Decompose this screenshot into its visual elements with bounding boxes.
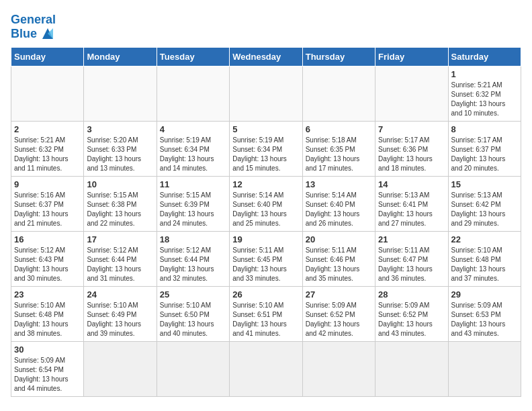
day-info: Sunrise: 5:21 AM Sunset: 6:32 PM Dayligh…: [451, 81, 518, 118]
calendar-cell: 26Sunrise: 5:10 AM Sunset: 6:51 PM Dayli…: [230, 286, 302, 341]
calendar-week-row: 9Sunrise: 5:16 AM Sunset: 6:37 PM Daylig…: [11, 176, 521, 231]
day-info: Sunrise: 5:12 AM Sunset: 6:44 PM Dayligh…: [87, 246, 153, 283]
day-info: Sunrise: 5:10 AM Sunset: 6:48 PM Dayligh…: [451, 246, 518, 283]
logo-blue: Blue: [11, 27, 37, 41]
calendar-day-header: Thursday: [302, 47, 375, 66]
day-number: 26: [232, 289, 299, 300]
day-number: 7: [378, 124, 445, 134]
calendar-cell: 15Sunrise: 5:13 AM Sunset: 6:42 PM Dayli…: [448, 176, 521, 231]
calendar-cell: [302, 341, 375, 396]
calendar-cell: 5Sunrise: 5:19 AM Sunset: 6:34 PM Daylig…: [230, 121, 302, 176]
calendar-day-header: Tuesday: [157, 47, 229, 66]
calendar-cell: [448, 341, 521, 396]
day-number: 24: [87, 289, 153, 300]
calendar-week-row: 16Sunrise: 5:12 AM Sunset: 6:43 PM Dayli…: [11, 231, 521, 286]
day-number: 20: [306, 234, 372, 244]
day-info: Sunrise: 5:16 AM Sunset: 6:37 PM Dayligh…: [14, 191, 81, 228]
calendar-cell: 8Sunrise: 5:17 AM Sunset: 6:37 PM Daylig…: [448, 121, 521, 176]
calendar-cell: 24Sunrise: 5:10 AM Sunset: 6:49 PM Dayli…: [84, 286, 157, 341]
logo-general: General: [11, 13, 56, 26]
calendar-day-header: Sunday: [11, 47, 84, 66]
day-number: 30: [14, 345, 81, 355]
calendar-cell: 9Sunrise: 5:16 AM Sunset: 6:37 PM Daylig…: [11, 176, 84, 231]
calendar-cell: 28Sunrise: 5:09 AM Sunset: 6:52 PM Dayli…: [375, 286, 448, 341]
calendar-cell: 25Sunrise: 5:10 AM Sunset: 6:50 PM Dayli…: [157, 286, 229, 341]
calendar-cell: 2Sunrise: 5:21 AM Sunset: 6:32 PM Daylig…: [11, 121, 84, 176]
day-info: Sunrise: 5:13 AM Sunset: 6:41 PM Dayligh…: [378, 191, 445, 228]
logo: General Blue: [11, 13, 57, 42]
day-number: 8: [451, 124, 518, 134]
calendar-cell: 7Sunrise: 5:17 AM Sunset: 6:36 PM Daylig…: [375, 121, 448, 176]
calendar-cell: 3Sunrise: 5:20 AM Sunset: 6:33 PM Daylig…: [84, 121, 157, 176]
calendar-week-row: 2Sunrise: 5:21 AM Sunset: 6:32 PM Daylig…: [11, 121, 521, 176]
logo-icon: [38, 27, 57, 42]
day-number: 23: [14, 289, 81, 300]
day-number: 14: [378, 179, 445, 189]
calendar-cell: [302, 66, 375, 121]
day-number: 6: [306, 124, 372, 134]
day-info: Sunrise: 5:10 AM Sunset: 6:49 PM Dayligh…: [87, 301, 153, 338]
day-number: 3: [87, 124, 153, 134]
calendar-day-header: Friday: [375, 47, 448, 66]
day-info: Sunrise: 5:13 AM Sunset: 6:42 PM Dayligh…: [451, 191, 518, 228]
calendar-week-row: 30Sunrise: 5:09 AM Sunset: 6:54 PM Dayli…: [11, 341, 521, 396]
day-info: Sunrise: 5:18 AM Sunset: 6:35 PM Dayligh…: [306, 136, 372, 173]
day-number: 28: [378, 289, 445, 300]
calendar-cell: 11Sunrise: 5:15 AM Sunset: 6:39 PM Dayli…: [157, 176, 229, 231]
calendar-cell: 19Sunrise: 5:11 AM Sunset: 6:45 PM Dayli…: [230, 231, 302, 286]
calendar-cell: 27Sunrise: 5:09 AM Sunset: 6:52 PM Dayli…: [302, 286, 375, 341]
calendar-cell: [375, 341, 448, 396]
calendar-table: SundayMondayTuesdayWednesdayThursdayFrid…: [11, 47, 521, 397]
calendar-cell: [84, 66, 157, 121]
calendar-cell: 17Sunrise: 5:12 AM Sunset: 6:44 PM Dayli…: [84, 231, 157, 286]
calendar-cell: 29Sunrise: 5:09 AM Sunset: 6:53 PM Dayli…: [448, 286, 521, 341]
day-info: Sunrise: 5:17 AM Sunset: 6:36 PM Dayligh…: [378, 136, 445, 173]
day-number: 12: [232, 179, 299, 189]
day-number: 4: [160, 124, 226, 134]
day-number: 13: [306, 179, 372, 189]
day-number: 18: [160, 234, 226, 244]
day-info: Sunrise: 5:12 AM Sunset: 6:44 PM Dayligh…: [160, 246, 226, 283]
page-header: General Blue: [11, 11, 521, 42]
calendar-cell: [230, 341, 302, 396]
day-number: 27: [306, 289, 372, 300]
day-info: Sunrise: 5:09 AM Sunset: 6:54 PM Dayligh…: [14, 356, 81, 394]
calendar-cell: 1Sunrise: 5:21 AM Sunset: 6:32 PM Daylig…: [448, 66, 521, 121]
calendar-cell: 23Sunrise: 5:10 AM Sunset: 6:48 PM Dayli…: [11, 286, 84, 341]
calendar-day-header: Monday: [84, 47, 157, 66]
day-number: 25: [160, 289, 226, 300]
day-number: 10: [87, 179, 153, 189]
calendar-cell: [11, 66, 84, 121]
calendar-cell: [230, 66, 302, 121]
day-number: 29: [451, 289, 518, 300]
day-info: Sunrise: 5:11 AM Sunset: 6:45 PM Dayligh…: [232, 246, 299, 283]
calendar-cell: 14Sunrise: 5:13 AM Sunset: 6:41 PM Dayli…: [375, 176, 448, 231]
day-info: Sunrise: 5:12 AM Sunset: 6:43 PM Dayligh…: [14, 246, 81, 283]
calendar-cell: 21Sunrise: 5:11 AM Sunset: 6:47 PM Dayli…: [375, 231, 448, 286]
calendar-body: 1Sunrise: 5:21 AM Sunset: 6:32 PM Daylig…: [11, 66, 521, 396]
day-number: 16: [14, 234, 81, 244]
calendar-cell: 4Sunrise: 5:19 AM Sunset: 6:34 PM Daylig…: [157, 121, 229, 176]
day-info: Sunrise: 5:11 AM Sunset: 6:46 PM Dayligh…: [306, 246, 372, 283]
day-info: Sunrise: 5:15 AM Sunset: 6:39 PM Dayligh…: [160, 191, 226, 228]
calendar-week-row: 1Sunrise: 5:21 AM Sunset: 6:32 PM Daylig…: [11, 66, 521, 121]
day-info: Sunrise: 5:19 AM Sunset: 6:34 PM Dayligh…: [160, 136, 226, 173]
calendar-cell: 20Sunrise: 5:11 AM Sunset: 6:46 PM Dayli…: [302, 231, 375, 286]
day-number: 19: [232, 234, 299, 244]
day-number: 11: [160, 179, 226, 189]
calendar-day-header: Saturday: [448, 47, 521, 66]
day-number: 1: [451, 69, 518, 79]
day-info: Sunrise: 5:19 AM Sunset: 6:34 PM Dayligh…: [232, 136, 299, 173]
day-info: Sunrise: 5:21 AM Sunset: 6:32 PM Dayligh…: [14, 136, 81, 173]
logo-text: General: [11, 13, 57, 27]
calendar-header-row: SundayMondayTuesdayWednesdayThursdayFrid…: [11, 47, 521, 66]
calendar-cell: 10Sunrise: 5:15 AM Sunset: 6:38 PM Dayli…: [84, 176, 157, 231]
day-info: Sunrise: 5:10 AM Sunset: 6:48 PM Dayligh…: [14, 301, 81, 338]
day-info: Sunrise: 5:14 AM Sunset: 6:40 PM Dayligh…: [306, 191, 372, 228]
calendar-cell: [157, 66, 229, 121]
day-info: Sunrise: 5:09 AM Sunset: 6:52 PM Dayligh…: [306, 301, 372, 338]
calendar-cell: [375, 66, 448, 121]
calendar-cell: 22Sunrise: 5:10 AM Sunset: 6:48 PM Dayli…: [448, 231, 521, 286]
calendar-cell: 30Sunrise: 5:09 AM Sunset: 6:54 PM Dayli…: [11, 341, 84, 396]
day-number: 2: [14, 124, 81, 134]
